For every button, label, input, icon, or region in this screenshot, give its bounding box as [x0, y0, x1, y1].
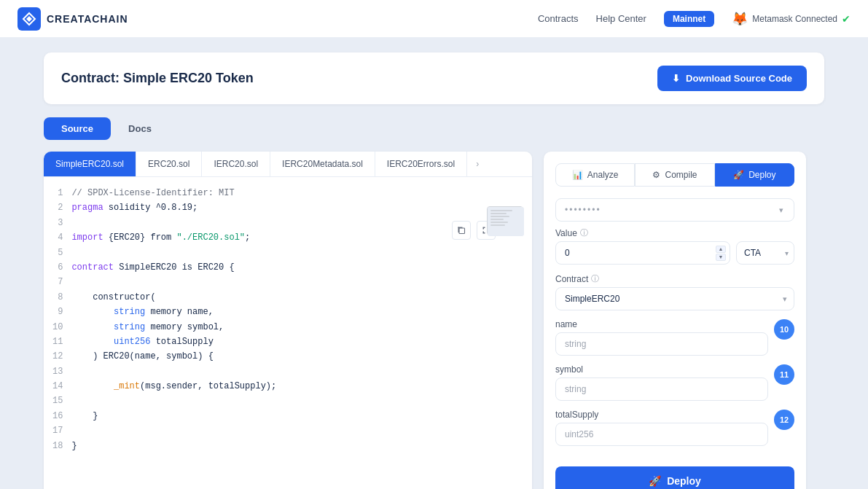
account-chevron: ▾: [779, 206, 785, 215]
contract-info-icon: ⓘ: [591, 273, 599, 284]
code-line-15: [71, 394, 523, 408]
currency-select[interactable]: CTA ETH WEI: [736, 241, 794, 265]
code-line-14: _mint(msg.sender, totalSupply);: [71, 379, 523, 394]
code-line-1: // SPDX-License-Identifier: MIT: [71, 186, 523, 200]
symbol-input[interactable]: [555, 377, 768, 401]
svg-rect-6: [490, 219, 504, 220]
value-input[interactable]: [555, 241, 730, 265]
name-field-label: name: [555, 319, 768, 329]
code-line-12: ) ERC20(name, symbol) {: [71, 349, 523, 364]
contract-field-group: Contract ⓘ SimpleERC20: [555, 273, 794, 310]
symbol-field-label: symbol: [555, 364, 768, 375]
totalsupply-line-badge: 12: [774, 410, 794, 430]
logo-text: CREATACHAIN: [47, 13, 128, 25]
code-line-11: uint256 totalSupply: [71, 335, 523, 349]
svg-rect-1: [459, 228, 465, 234]
tab-source[interactable]: Source: [44, 117, 111, 140]
deploy-rocket-icon: 🚀: [649, 475, 661, 487]
metamask-check-icon: ✔: [842, 13, 851, 25]
code-line-16: }: [71, 409, 523, 423]
content-grid: SimpleERC20.sol ERC20.sol IERC20.sol IER…: [44, 152, 824, 489]
name-line-badge: 10: [774, 319, 794, 340]
totalsupply-field-label: totalSupply: [555, 410, 768, 420]
currency-select-wrap: CTA ETH WEI: [736, 241, 794, 265]
svg-rect-7: [490, 222, 508, 223]
svg-rect-3: [490, 210, 512, 211]
contract-label: Contract ⓘ: [555, 273, 794, 284]
code-line-10: string memory symbol,: [71, 320, 523, 335]
account-display: •••••••• ▾: [555, 198, 794, 222]
value-info-icon: ⓘ: [580, 227, 588, 238]
file-tab-erc20[interactable]: ERC20.sol: [136, 152, 202, 176]
contract-select-wrapper: SimpleERC20: [555, 287, 794, 310]
account-field-group: •••••••• ▾: [555, 198, 794, 222]
value-field-group: Value ⓘ ▲ ▼ CTA ETH: [555, 227, 794, 265]
download-source-code-button[interactable]: ⬇ Download Source Code: [657, 66, 807, 91]
code-line-17: [71, 423, 523, 438]
deploy-action-button[interactable]: 🚀 Deploy: [555, 466, 794, 489]
code-line-5: [71, 246, 523, 260]
svg-rect-5: [490, 216, 509, 217]
logo-icon: [17, 7, 41, 31]
metamask-icon: 🦊: [732, 11, 748, 27]
contract-select[interactable]: SimpleERC20: [555, 287, 794, 310]
analyze-icon: 📊: [572, 170, 583, 180]
main-tabs: Source Docs: [44, 117, 824, 140]
logo-area: CREATACHAIN: [17, 7, 538, 31]
header-nav: Contracts Help Center Mainnet 🦊 Metamask…: [538, 11, 851, 27]
metamask-area: 🦊 Metamask Connected ✔: [732, 11, 851, 27]
panel-tab-analyze[interactable]: 📊 Analyze: [555, 163, 635, 187]
rocket-icon: 🚀: [733, 170, 744, 180]
file-tab-ierc20[interactable]: IERC20.sol: [202, 152, 270, 176]
name-input[interactable]: [555, 332, 768, 356]
code-line-9: string memory name,: [71, 305, 523, 319]
file-tab-ierc20metadata[interactable]: IERC20Metadata.sol: [270, 152, 375, 176]
code-editor: 1 2 3 4 5 6 7 8 9 10 11 12 13 14 15 16 1: [44, 177, 532, 454]
file-tab-ierc20errors[interactable]: IERC20Errors.sol: [375, 152, 467, 176]
file-tabs-chevron[interactable]: ›: [467, 152, 488, 176]
tab-docs[interactable]: Docs: [111, 117, 169, 140]
code-line-8: constructor(: [71, 290, 523, 305]
code-line-13: [71, 364, 523, 379]
contract-thumbnail: [487, 206, 523, 235]
symbol-field-group: symbol: [555, 364, 768, 401]
symbol-field-row: symbol 11: [555, 364, 794, 410]
code-line-2: pragma solidity ^0.8.19;: [71, 200, 523, 215]
page-title: Contract: Simple ERC20 Token: [61, 71, 254, 86]
totalsupply-field-group: totalSupply: [555, 410, 768, 446]
panel-tab-deploy[interactable]: 🚀 Deploy: [715, 163, 794, 187]
symbol-line-badge: 11: [774, 364, 794, 385]
file-tabs: SimpleERC20.sol ERC20.sol IERC20.sol IER…: [44, 152, 532, 177]
svg-rect-4: [490, 213, 507, 214]
page-header: Contract: Simple ERC20 Token ⬇ Download …: [44, 52, 824, 104]
download-icon: ⬇: [672, 73, 680, 84]
copy-code-button[interactable]: [452, 221, 471, 240]
name-field-row: name 10: [555, 319, 794, 364]
value-stepper: ▲ ▼: [716, 246, 726, 261]
compile-icon: ⚙: [652, 170, 660, 180]
nav-help-center[interactable]: Help Center: [596, 13, 646, 24]
value-row: ▲ ▼ CTA ETH WEI: [555, 241, 794, 265]
name-field-group: name: [555, 319, 768, 356]
totalsupply-input[interactable]: [555, 423, 768, 446]
code-line-6: contract SimpleERC20 is ERC20 {: [71, 260, 523, 275]
file-tab-simpleerc20[interactable]: SimpleERC20.sol: [44, 152, 136, 176]
deploy-panel: 📊 Analyze ⚙ Compile 🚀 Deploy •••••••• ▾: [544, 152, 806, 489]
network-badge[interactable]: Mainnet: [664, 11, 714, 27]
panel-tab-compile[interactable]: ⚙ Compile: [635, 163, 714, 187]
nav-contracts[interactable]: Contracts: [538, 13, 579, 24]
code-line-18: }: [71, 439, 523, 453]
panel-tabs: 📊 Analyze ⚙ Compile 🚀 Deploy: [555, 163, 794, 187]
main-content: Contract: Simple ERC20 Token ⬇ Download …: [0, 38, 868, 489]
value-increment-button[interactable]: ▲: [716, 246, 726, 253]
value-label: Value ⓘ: [555, 227, 794, 238]
line-numbers: 1 2 3 4 5 6 7 8 9 10 11 12 13 14 15 16 1: [44, 186, 71, 445]
svg-rect-8: [490, 224, 505, 226]
code-line-7: [71, 275, 523, 289]
totalsupply-field-row: totalSupply 12: [555, 410, 794, 455]
value-decrement-button[interactable]: ▼: [716, 254, 726, 261]
header: CREATACHAIN Contracts Help Center Mainne…: [0, 0, 868, 38]
metamask-label: Metamask Connected: [752, 14, 837, 24]
value-input-wrap: ▲ ▼: [555, 241, 730, 265]
code-line-19: [71, 453, 523, 454]
